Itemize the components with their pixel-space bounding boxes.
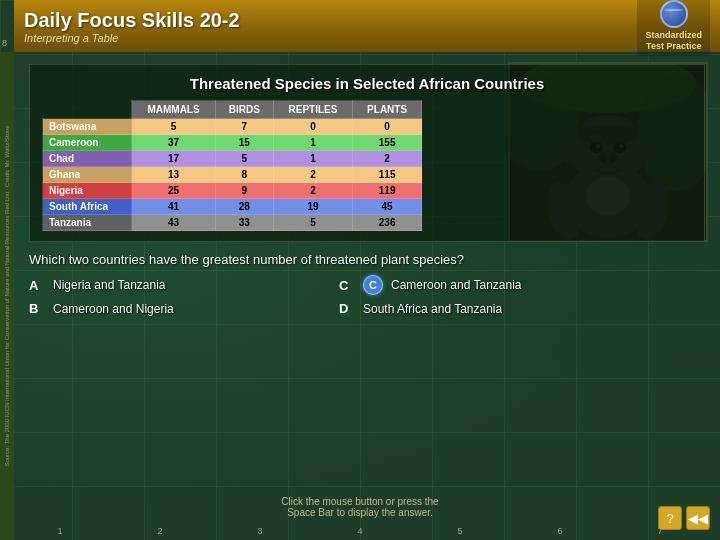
reptiles-ghana: 2 — [273, 167, 352, 183]
main-content: Threatened Species in Selected African C… — [14, 52, 720, 540]
data-table: MAMMALS BIRDS REPTILES PLANTS Botswana 5… — [42, 100, 422, 231]
col-header-birds: BIRDS — [215, 101, 273, 119]
birds-south-africa: 28 — [215, 199, 273, 215]
answer-text-d: South Africa and Tanzania — [363, 302, 502, 316]
mammals-botswana: 5 — [132, 119, 215, 135]
reptiles-tanzania: 5 — [273, 215, 352, 231]
answers-grid: A Nigeria and Tanzania C C Cameroon and … — [29, 275, 629, 316]
answer-letter-a: A — [29, 278, 45, 293]
reptiles-cameroon: 1 — [273, 135, 352, 151]
table-row: Botswana 5 7 0 0 — [43, 119, 422, 135]
plants-south-africa: 45 — [353, 199, 422, 215]
col-header-country — [43, 101, 132, 119]
plants-botswana: 0 — [353, 119, 422, 135]
mammals-chad: 17 — [132, 151, 215, 167]
answer-letter-d: D — [339, 301, 355, 316]
country-nigeria: Nigeria — [43, 183, 132, 199]
birds-nigeria: 9 — [215, 183, 273, 199]
stp-text: Standardized Test Practice — [645, 30, 702, 52]
globe-icon — [660, 0, 688, 28]
reptiles-south-africa: 19 — [273, 199, 352, 215]
bottom-buttons: ? ◀◀ — [658, 506, 710, 530]
answer-item-a[interactable]: A Nigeria and Tanzania — [29, 275, 319, 295]
stp-badge: Standardized Test Practice — [637, 0, 710, 56]
country-cameroon: Cameroon — [43, 135, 132, 151]
mammals-nigeria: 25 — [132, 183, 215, 199]
answer-text-b: Cameroon and Nigeria — [53, 302, 174, 316]
reptiles-nigeria: 2 — [273, 183, 352, 199]
birds-ghana: 8 — [215, 167, 273, 183]
col-header-mammals: MAMMALS — [132, 101, 215, 119]
birds-botswana: 7 — [215, 119, 273, 135]
answer-letter-c: C — [339, 278, 355, 293]
answer-text-c: Cameroon and Tanzania — [391, 278, 522, 292]
back-button[interactable]: ◀◀ — [686, 506, 710, 530]
table-header-row: MAMMALS BIRDS REPTILES PLANTS — [43, 101, 422, 119]
header: Daily Focus Skills 20-2 Interpreting a T… — [14, 0, 720, 52]
table-row: Nigeria 25 9 2 119 — [43, 183, 422, 199]
col-header-reptiles: REPTILES — [273, 101, 352, 119]
mammals-south-africa: 41 — [132, 199, 215, 215]
mammals-ghana: 13 — [132, 167, 215, 183]
bottom-instruction: Click the mouse button or press the Spac… — [281, 496, 438, 518]
table-row: South Africa 41 28 19 45 — [43, 199, 422, 215]
reptiles-botswana: 0 — [273, 119, 352, 135]
question-text: Which two countries have the greatest nu… — [29, 252, 705, 267]
table-title: Threatened Species in Selected African C… — [42, 75, 692, 92]
birds-chad: 5 — [215, 151, 273, 167]
country-ghana: Ghana — [43, 167, 132, 183]
birds-cameroon: 15 — [215, 135, 273, 151]
answer-text-a: Nigeria and Tanzania — [53, 278, 166, 292]
answer-item-b[interactable]: B Cameroon and Nigeria — [29, 301, 319, 316]
page-title: Daily Focus Skills 20-2 — [24, 9, 240, 32]
country-chad: Chad — [43, 151, 132, 167]
col-header-plants: PLANTS — [353, 101, 422, 119]
header-left: Daily Focus Skills 20-2 Interpreting a T… — [24, 9, 240, 44]
help-button[interactable]: ? — [658, 506, 682, 530]
plants-cameroon: 155 — [353, 135, 422, 151]
question-section: Which two countries have the greatest nu… — [29, 252, 705, 316]
table-row: Chad 17 5 1 2 — [43, 151, 422, 167]
plants-nigeria: 119 — [353, 183, 422, 199]
country-tanzania: Tanzania — [43, 215, 132, 231]
table-container: Threatened Species in Selected African C… — [29, 64, 705, 242]
country-botswana: Botswana — [43, 119, 132, 135]
mammals-tanzania: 43 — [132, 215, 215, 231]
birds-tanzania: 33 — [215, 215, 273, 231]
answer-item-c[interactable]: C C Cameroon and Tanzania — [339, 275, 629, 295]
plants-chad: 2 — [353, 151, 422, 167]
country-south-africa: South Africa — [43, 199, 132, 215]
side-label: Source: The 2000 IUCN International Unio… — [0, 52, 14, 540]
page-subtitle: Interpreting a Table — [24, 32, 240, 44]
answer-letter-b: B — [29, 301, 45, 316]
answer-circle-c: C — [363, 275, 383, 295]
table-row: Ghana 13 8 2 115 — [43, 167, 422, 183]
reptiles-chad: 1 — [273, 151, 352, 167]
table-row: Tanzania 43 33 5 236 — [43, 215, 422, 231]
answer-item-d[interactable]: D South Africa and Tanzania — [339, 301, 629, 316]
mammals-cameroon: 37 — [132, 135, 215, 151]
plants-tanzania: 236 — [353, 215, 422, 231]
table-row: Cameroon 37 15 1 155 — [43, 135, 422, 151]
plants-ghana: 115 — [353, 167, 422, 183]
